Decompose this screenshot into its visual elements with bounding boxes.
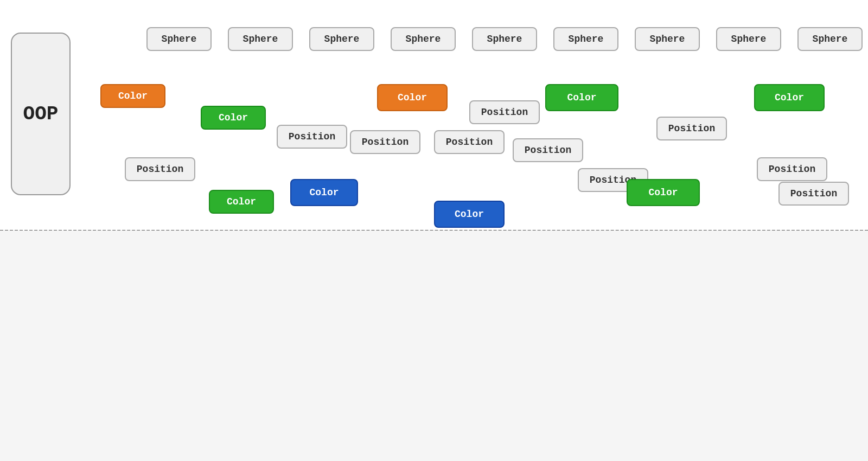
- sphere-node-3: Sphere: [309, 27, 374, 51]
- position-node-4: Position: [434, 130, 505, 154]
- sphere-node-6: Sphere: [553, 27, 618, 51]
- color-node-blue-1: Color: [290, 179, 358, 206]
- oop-label: OOP: [11, 33, 71, 195]
- sphere-node-7: Sphere: [635, 27, 700, 51]
- color-node-green-5: Color: [754, 84, 825, 111]
- color-node-blue-2: Color: [434, 201, 505, 228]
- position-node-6: Position: [513, 138, 583, 162]
- color-node-green-3: Color: [545, 84, 618, 111]
- color-node-orange-1: Color: [100, 84, 165, 108]
- color-node-orange-2: Color: [377, 84, 448, 111]
- color-node-green-4: Color: [627, 179, 700, 206]
- oop-section: OOP Sphere Sphere Sphere Sphere Sphere S…: [0, 0, 868, 230]
- sphere-node-4: Sphere: [391, 27, 456, 51]
- position-node-3: Position: [350, 130, 420, 154]
- sphere-node-8: Sphere: [716, 27, 781, 51]
- sphere-node-1: Sphere: [146, 27, 212, 51]
- dod-section: DOD Color Color Color Color Color Color …: [0, 230, 868, 461]
- sphere-node-9: Sphere: [797, 27, 863, 51]
- position-node-8: Position: [656, 117, 727, 140]
- position-node-9: Position: [757, 157, 827, 181]
- position-node-5: Position: [469, 100, 540, 124]
- sphere-node-5: Sphere: [472, 27, 537, 51]
- color-node-green-2: Color: [209, 190, 274, 214]
- sphere-node-2: Sphere: [228, 27, 293, 51]
- position-node-2: Position: [277, 125, 347, 149]
- position-node-1: Position: [125, 157, 195, 181]
- color-node-green-1: Color: [201, 106, 266, 130]
- position-node-10: Position: [778, 182, 849, 206]
